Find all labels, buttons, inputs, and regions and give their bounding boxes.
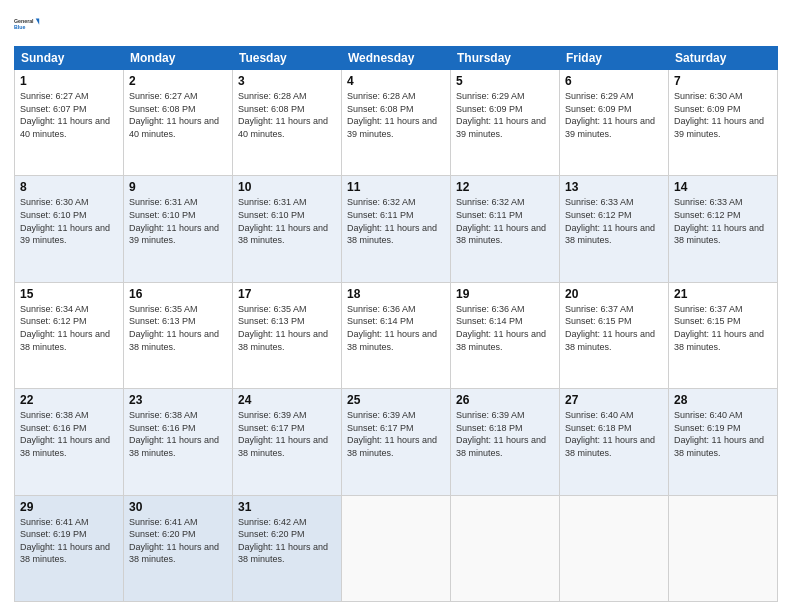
calendar-cell: 3Sunrise: 6:28 AMSunset: 6:08 PMDaylight… bbox=[233, 70, 342, 176]
calendar-cell: 29Sunrise: 6:41 AMSunset: 6:19 PMDayligh… bbox=[15, 495, 124, 601]
day-number: 4 bbox=[347, 74, 445, 88]
day-info: Sunrise: 6:35 AMSunset: 6:13 PMDaylight:… bbox=[238, 304, 328, 352]
calendar-cell: 12Sunrise: 6:32 AMSunset: 6:11 PMDayligh… bbox=[451, 176, 560, 282]
day-info: Sunrise: 6:35 AMSunset: 6:13 PMDaylight:… bbox=[129, 304, 219, 352]
calendar-cell: 13Sunrise: 6:33 AMSunset: 6:12 PMDayligh… bbox=[560, 176, 669, 282]
day-info: Sunrise: 6:32 AMSunset: 6:11 PMDaylight:… bbox=[347, 197, 437, 245]
day-number: 9 bbox=[129, 180, 227, 194]
calendar-cell: 5Sunrise: 6:29 AMSunset: 6:09 PMDaylight… bbox=[451, 70, 560, 176]
day-number: 7 bbox=[674, 74, 772, 88]
day-number: 3 bbox=[238, 74, 336, 88]
calendar-cell: 16Sunrise: 6:35 AMSunset: 6:13 PMDayligh… bbox=[124, 282, 233, 388]
calendar-cell: 19Sunrise: 6:36 AMSunset: 6:14 PMDayligh… bbox=[451, 282, 560, 388]
logo: GeneralBlue bbox=[14, 10, 42, 38]
svg-text:General: General bbox=[14, 18, 34, 24]
col-header-friday: Friday bbox=[560, 47, 669, 70]
day-info: Sunrise: 6:28 AMSunset: 6:08 PMDaylight:… bbox=[238, 91, 328, 139]
day-info: Sunrise: 6:32 AMSunset: 6:11 PMDaylight:… bbox=[456, 197, 546, 245]
svg-text:Blue: Blue bbox=[14, 24, 25, 30]
day-number: 25 bbox=[347, 393, 445, 407]
day-number: 26 bbox=[456, 393, 554, 407]
calendar-cell: 15Sunrise: 6:34 AMSunset: 6:12 PMDayligh… bbox=[15, 282, 124, 388]
day-info: Sunrise: 6:39 AMSunset: 6:18 PMDaylight:… bbox=[456, 410, 546, 458]
calendar-cell: 27Sunrise: 6:40 AMSunset: 6:18 PMDayligh… bbox=[560, 389, 669, 495]
calendar-cell: 22Sunrise: 6:38 AMSunset: 6:16 PMDayligh… bbox=[15, 389, 124, 495]
day-info: Sunrise: 6:29 AMSunset: 6:09 PMDaylight:… bbox=[565, 91, 655, 139]
day-info: Sunrise: 6:33 AMSunset: 6:12 PMDaylight:… bbox=[565, 197, 655, 245]
day-number: 20 bbox=[565, 287, 663, 301]
calendar-cell: 2Sunrise: 6:27 AMSunset: 6:08 PMDaylight… bbox=[124, 70, 233, 176]
calendar-cell: 18Sunrise: 6:36 AMSunset: 6:14 PMDayligh… bbox=[342, 282, 451, 388]
day-info: Sunrise: 6:42 AMSunset: 6:20 PMDaylight:… bbox=[238, 517, 328, 565]
calendar-cell: 20Sunrise: 6:37 AMSunset: 6:15 PMDayligh… bbox=[560, 282, 669, 388]
day-info: Sunrise: 6:37 AMSunset: 6:15 PMDaylight:… bbox=[565, 304, 655, 352]
day-number: 15 bbox=[20, 287, 118, 301]
col-header-saturday: Saturday bbox=[669, 47, 778, 70]
calendar-cell: 17Sunrise: 6:35 AMSunset: 6:13 PMDayligh… bbox=[233, 282, 342, 388]
calendar-cell: 9Sunrise: 6:31 AMSunset: 6:10 PMDaylight… bbox=[124, 176, 233, 282]
day-number: 22 bbox=[20, 393, 118, 407]
day-info: Sunrise: 6:28 AMSunset: 6:08 PMDaylight:… bbox=[347, 91, 437, 139]
calendar-cell bbox=[669, 495, 778, 601]
calendar-cell bbox=[342, 495, 451, 601]
day-number: 17 bbox=[238, 287, 336, 301]
day-info: Sunrise: 6:27 AMSunset: 6:07 PMDaylight:… bbox=[20, 91, 110, 139]
day-info: Sunrise: 6:36 AMSunset: 6:14 PMDaylight:… bbox=[347, 304, 437, 352]
day-info: Sunrise: 6:30 AMSunset: 6:09 PMDaylight:… bbox=[674, 91, 764, 139]
day-number: 14 bbox=[674, 180, 772, 194]
col-header-wednesday: Wednesday bbox=[342, 47, 451, 70]
day-number: 21 bbox=[674, 287, 772, 301]
day-info: Sunrise: 6:36 AMSunset: 6:14 PMDaylight:… bbox=[456, 304, 546, 352]
calendar-cell: 6Sunrise: 6:29 AMSunset: 6:09 PMDaylight… bbox=[560, 70, 669, 176]
calendar-cell: 23Sunrise: 6:38 AMSunset: 6:16 PMDayligh… bbox=[124, 389, 233, 495]
svg-marker-2 bbox=[36, 18, 40, 24]
day-info: Sunrise: 6:39 AMSunset: 6:17 PMDaylight:… bbox=[347, 410, 437, 458]
calendar-cell: 25Sunrise: 6:39 AMSunset: 6:17 PMDayligh… bbox=[342, 389, 451, 495]
day-number: 24 bbox=[238, 393, 336, 407]
day-info: Sunrise: 6:40 AMSunset: 6:18 PMDaylight:… bbox=[565, 410, 655, 458]
day-number: 10 bbox=[238, 180, 336, 194]
day-info: Sunrise: 6:40 AMSunset: 6:19 PMDaylight:… bbox=[674, 410, 764, 458]
calendar-cell: 28Sunrise: 6:40 AMSunset: 6:19 PMDayligh… bbox=[669, 389, 778, 495]
day-info: Sunrise: 6:27 AMSunset: 6:08 PMDaylight:… bbox=[129, 91, 219, 139]
day-info: Sunrise: 6:31 AMSunset: 6:10 PMDaylight:… bbox=[129, 197, 219, 245]
day-number: 5 bbox=[456, 74, 554, 88]
day-number: 16 bbox=[129, 287, 227, 301]
calendar-cell: 24Sunrise: 6:39 AMSunset: 6:17 PMDayligh… bbox=[233, 389, 342, 495]
col-header-thursday: Thursday bbox=[451, 47, 560, 70]
day-info: Sunrise: 6:34 AMSunset: 6:12 PMDaylight:… bbox=[20, 304, 110, 352]
day-number: 13 bbox=[565, 180, 663, 194]
day-info: Sunrise: 6:33 AMSunset: 6:12 PMDaylight:… bbox=[674, 197, 764, 245]
day-number: 28 bbox=[674, 393, 772, 407]
day-info: Sunrise: 6:31 AMSunset: 6:10 PMDaylight:… bbox=[238, 197, 328, 245]
calendar-cell: 7Sunrise: 6:30 AMSunset: 6:09 PMDaylight… bbox=[669, 70, 778, 176]
calendar-cell bbox=[560, 495, 669, 601]
day-number: 31 bbox=[238, 500, 336, 514]
calendar-cell: 1Sunrise: 6:27 AMSunset: 6:07 PMDaylight… bbox=[15, 70, 124, 176]
calendar-cell bbox=[451, 495, 560, 601]
day-number: 12 bbox=[456, 180, 554, 194]
day-number: 1 bbox=[20, 74, 118, 88]
day-info: Sunrise: 6:38 AMSunset: 6:16 PMDaylight:… bbox=[20, 410, 110, 458]
day-info: Sunrise: 6:41 AMSunset: 6:20 PMDaylight:… bbox=[129, 517, 219, 565]
day-number: 2 bbox=[129, 74, 227, 88]
week-row-3: 15Sunrise: 6:34 AMSunset: 6:12 PMDayligh… bbox=[15, 282, 778, 388]
col-header-monday: Monday bbox=[124, 47, 233, 70]
day-number: 11 bbox=[347, 180, 445, 194]
calendar-cell: 10Sunrise: 6:31 AMSunset: 6:10 PMDayligh… bbox=[233, 176, 342, 282]
header: GeneralBlue bbox=[14, 10, 778, 38]
day-number: 27 bbox=[565, 393, 663, 407]
calendar-cell: 4Sunrise: 6:28 AMSunset: 6:08 PMDaylight… bbox=[342, 70, 451, 176]
day-info: Sunrise: 6:39 AMSunset: 6:17 PMDaylight:… bbox=[238, 410, 328, 458]
day-number: 19 bbox=[456, 287, 554, 301]
day-info: Sunrise: 6:37 AMSunset: 6:15 PMDaylight:… bbox=[674, 304, 764, 352]
calendar-cell: 8Sunrise: 6:30 AMSunset: 6:10 PMDaylight… bbox=[15, 176, 124, 282]
calendar-cell: 30Sunrise: 6:41 AMSunset: 6:20 PMDayligh… bbox=[124, 495, 233, 601]
logo-icon: GeneralBlue bbox=[14, 10, 42, 38]
week-row-1: 1Sunrise: 6:27 AMSunset: 6:07 PMDaylight… bbox=[15, 70, 778, 176]
col-header-tuesday: Tuesday bbox=[233, 47, 342, 70]
calendar-cell: 14Sunrise: 6:33 AMSunset: 6:12 PMDayligh… bbox=[669, 176, 778, 282]
day-info: Sunrise: 6:29 AMSunset: 6:09 PMDaylight:… bbox=[456, 91, 546, 139]
week-row-5: 29Sunrise: 6:41 AMSunset: 6:19 PMDayligh… bbox=[15, 495, 778, 601]
calendar-header-row: SundayMondayTuesdayWednesdayThursdayFrid… bbox=[15, 47, 778, 70]
